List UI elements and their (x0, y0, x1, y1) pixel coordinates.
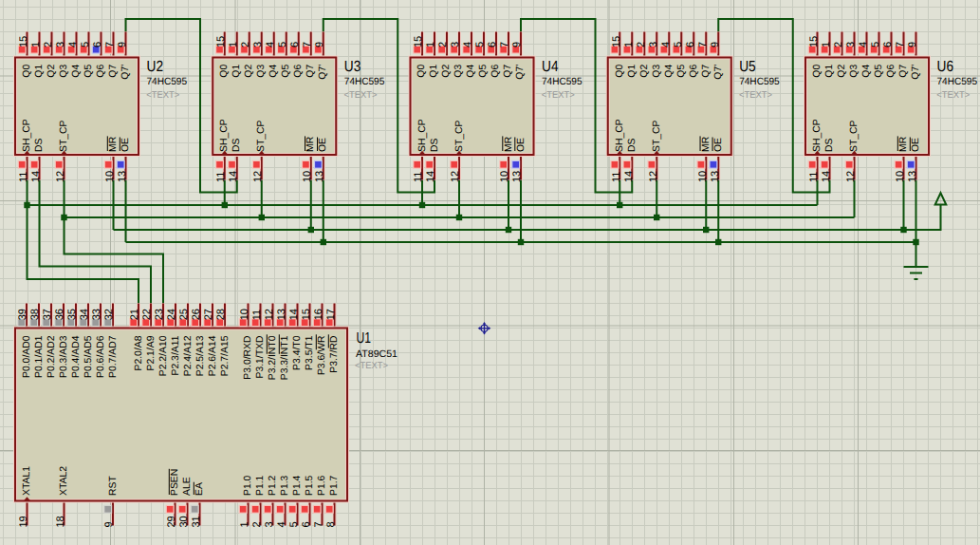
svg-text:4: 4 (660, 42, 672, 47)
svg-text:6: 6 (289, 42, 301, 47)
svg-text:7: 7 (895, 42, 906, 47)
svg-text:ST_CP: ST_CP (652, 120, 662, 152)
svg-text:30: 30 (178, 516, 190, 527)
svg-text:P3.3/INT1: P3.3/INT1 (280, 335, 290, 380)
svg-text:9: 9 (710, 42, 721, 47)
svg-text:11: 11 (251, 310, 263, 320)
svg-text:OE: OE (120, 138, 131, 152)
svg-text:15: 15 (808, 36, 820, 47)
svg-text:14: 14 (821, 171, 832, 182)
svg-text:9: 9 (511, 42, 523, 47)
svg-text:SH_CP: SH_CP (812, 119, 823, 152)
svg-text:SH_CP: SH_CP (417, 119, 428, 152)
svg-text:39: 39 (17, 309, 28, 320)
svg-text:Q6: Q6 (293, 65, 304, 78)
svg-text:SH_CP: SH_CP (615, 119, 625, 152)
svg-text:<TEXT>: <TEXT> (542, 90, 575, 101)
svg-text:27: 27 (203, 309, 214, 320)
svg-text:13: 13 (276, 309, 287, 320)
svg-text:3: 3 (264, 521, 275, 527)
svg-text:11: 11 (215, 172, 227, 182)
svg-text:<TEXT>: <TEXT> (739, 90, 772, 101)
svg-text:34: 34 (79, 309, 90, 320)
svg-text:38: 38 (29, 309, 41, 320)
svg-text:9: 9 (117, 42, 128, 47)
svg-text:Q6: Q6 (689, 65, 699, 78)
svg-text:U5: U5 (739, 59, 756, 75)
svg-text:Q0: Q0 (812, 65, 823, 78)
svg-text:P3.5/T1: P3.5/T1 (305, 335, 315, 370)
svg-text:P3.7/RD: P3.7/RD (329, 336, 340, 373)
svg-text:1: 1 (821, 42, 832, 47)
svg-text:P2.4/A12: P2.4/A12 (183, 335, 194, 376)
svg-text:EA: EA (194, 482, 205, 496)
svg-text:P1.4: P1.4 (292, 475, 303, 496)
svg-text:14: 14 (288, 309, 300, 320)
svg-text:P1.5: P1.5 (305, 475, 315, 496)
svg-text:24: 24 (166, 309, 177, 320)
svg-text:Q2: Q2 (244, 65, 254, 78)
svg-text:10: 10 (239, 309, 250, 320)
svg-text:14: 14 (30, 171, 42, 182)
svg-text:P2.2/A10: P2.2/A10 (158, 335, 169, 376)
svg-text:P3.6/WR: P3.6/WR (317, 335, 327, 375)
svg-text:PSEN: PSEN (170, 469, 180, 496)
svg-text:Q3: Q3 (652, 65, 662, 78)
svg-text:28: 28 (215, 309, 227, 320)
svg-text:6: 6 (685, 42, 696, 47)
svg-text:P1.7: P1.7 (329, 475, 340, 496)
svg-text:P2.0/A8: P2.0/A8 (134, 335, 144, 370)
svg-text:Q1: Q1 (34, 65, 45, 78)
svg-text:P3.1/TXD: P3.1/TXD (255, 336, 266, 379)
svg-text:11: 11 (808, 172, 820, 182)
svg-text:Q4: Q4 (71, 65, 82, 78)
svg-text:8: 8 (325, 521, 337, 527)
svg-text:P3.0/RXD: P3.0/RXD (243, 336, 253, 380)
svg-text:12: 12 (55, 171, 66, 182)
svg-text:9: 9 (314, 42, 325, 47)
svg-text:25: 25 (178, 309, 190, 320)
svg-text:P0.5/AD5: P0.5/AD5 (83, 335, 94, 378)
svg-text:6: 6 (92, 42, 103, 47)
svg-text:Q7': Q7' (516, 65, 527, 80)
svg-text:<TEXT>: <TEXT> (146, 90, 179, 101)
svg-text:1: 1 (30, 42, 42, 47)
svg-text:6: 6 (487, 42, 498, 47)
svg-text:Q2: Q2 (639, 65, 650, 78)
svg-text:16: 16 (313, 309, 324, 320)
svg-text:13: 13 (511, 171, 523, 182)
svg-text:Q5: Q5 (874, 65, 884, 78)
svg-text:P2.5/A13: P2.5/A13 (195, 335, 206, 376)
svg-text:4: 4 (276, 521, 287, 527)
svg-text:2: 2 (43, 42, 54, 47)
svg-text:Q0: Q0 (22, 65, 32, 78)
svg-text:Q0: Q0 (417, 65, 428, 78)
svg-text:2: 2 (437, 42, 449, 47)
svg-text:ST_CP: ST_CP (59, 120, 69, 152)
svg-text:P0.6/AD6: P0.6/AD6 (96, 335, 106, 378)
svg-text:74HC595: 74HC595 (937, 76, 978, 87)
svg-text:DS: DS (231, 138, 242, 152)
svg-text:74HC595: 74HC595 (542, 76, 582, 87)
svg-text:4: 4 (462, 42, 473, 47)
svg-text:Q4: Q4 (664, 65, 675, 78)
svg-text:7: 7 (302, 42, 313, 47)
svg-text:32: 32 (103, 309, 115, 320)
svg-text:U2: U2 (147, 59, 164, 75)
svg-text:15: 15 (413, 36, 424, 47)
svg-text:Q7': Q7' (120, 65, 131, 80)
svg-text:33: 33 (91, 309, 102, 320)
svg-text:22: 22 (141, 309, 153, 320)
svg-text:U1: U1 (357, 330, 372, 347)
svg-text:4: 4 (858, 42, 869, 47)
svg-text:XTAL1: XTAL1 (22, 466, 32, 496)
svg-text:Q2: Q2 (46, 65, 57, 78)
svg-text:Q7: Q7 (898, 65, 909, 78)
svg-text:74HC595: 74HC595 (147, 76, 188, 87)
svg-text:Q0: Q0 (219, 65, 230, 78)
svg-text:Q3: Q3 (454, 65, 465, 78)
svg-text:OE: OE (911, 138, 921, 152)
svg-text:2: 2 (636, 42, 647, 47)
svg-text:12: 12 (252, 171, 264, 182)
svg-text:Q7': Q7' (911, 65, 921, 80)
